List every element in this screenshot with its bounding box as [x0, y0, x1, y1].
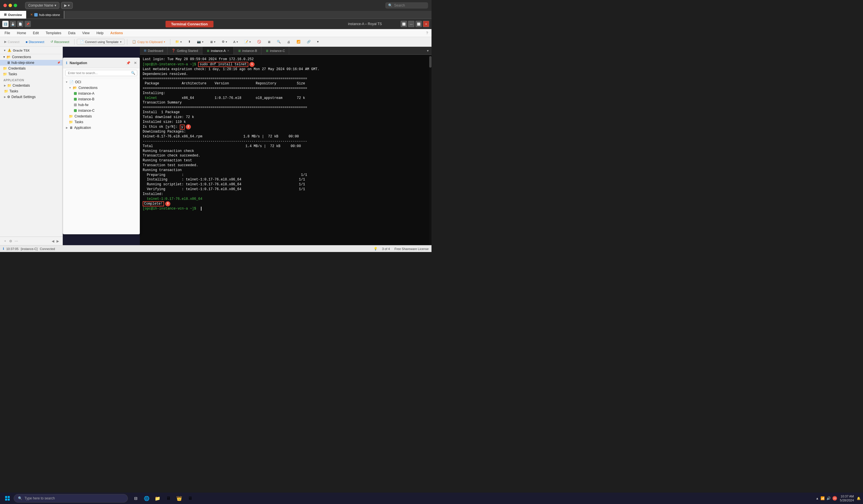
badge-3: 3: [165, 201, 171, 206]
template-icon: 📄: [80, 40, 84, 43]
menu-templates[interactable]: Templates: [42, 30, 65, 36]
share-button[interactable]: 🔗: [304, 39, 313, 45]
settings2-button[interactable]: ⚙▾: [219, 39, 230, 45]
print-button[interactable]: 🖨: [285, 39, 293, 45]
tab-instance-b[interactable]: 🖥 instance-B: [234, 47, 261, 54]
oracle-tsx-header[interactable]: ▼ ⚠️ Oracle TSX: [0, 47, 62, 54]
new-connection-button[interactable]: 📄: [17, 21, 23, 27]
tab-close-icon[interactable]: ✕: [227, 49, 229, 52]
sidebar-hub-step-stone[interactable]: 🖥 hub-step-stone 📌: [0, 60, 62, 66]
chevron-icon: ▾: [214, 40, 215, 43]
nav-title: Navigation: [70, 61, 87, 65]
terminal-output: Last login: Tue May 28 09:59:04 2024 fro…: [140, 55, 432, 245]
search-button[interactable]: 🔍: [274, 39, 284, 45]
pin-button[interactable]: 📌: [25, 21, 31, 27]
nav-instance-a[interactable]: instance-A: [63, 91, 140, 96]
sidebar-default-settings[interactable]: ▶ ⚙ Default Settings: [0, 94, 62, 100]
fullscreen-button[interactable]: [14, 4, 17, 7]
menu-edit[interactable]: Edit: [29, 30, 42, 36]
font-button[interactable]: 📝▾: [242, 39, 253, 45]
add-icon[interactable]: ＋: [3, 238, 7, 244]
rts-title-center: Terminal Connection: [33, 21, 346, 27]
wifi-button[interactable]: 📶: [294, 39, 303, 45]
menu-actions[interactable]: Actions: [107, 30, 126, 36]
display-button[interactable]: 🖥▾: [207, 39, 218, 45]
connect-button[interactable]: ▶ Connect: [2, 39, 22, 45]
search-icon: 🔍: [388, 3, 392, 8]
clipboard-button[interactable]: 📋 Copy to Clipboard ▾: [129, 39, 167, 45]
nav-oci[interactable]: ▼ 📄 OCI: [63, 79, 140, 85]
connect-template-button[interactable]: 📄 Connect using Template ▾: [77, 39, 125, 45]
tab-hub-step-stone[interactable]: ✕ hub-step-stone: [26, 11, 64, 18]
text-button[interactable]: A▾: [231, 39, 240, 45]
nav-credentials[interactable]: 📁 Credentials: [63, 114, 140, 119]
computer-name-dropdown[interactable]: Computer Name ▾: [25, 2, 59, 9]
menu-data[interactable]: Data: [65, 30, 79, 36]
remote-button[interactable]: 🖥: [265, 39, 273, 45]
display-icon: 🖥: [210, 40, 213, 43]
window-maximize-button[interactable]: ⬜: [415, 21, 422, 27]
folder-button[interactable]: 📁▾: [173, 39, 184, 45]
nav-pin-icon[interactable]: 📌: [126, 61, 130, 65]
terminal-line-7: ========================================…: [143, 86, 429, 91]
menu-file[interactable]: File: [1, 30, 13, 36]
arrow-left-icon[interactable]: ◀: [52, 239, 54, 243]
scrollbar-track[interactable]: [429, 55, 432, 245]
sidebar-tasks[interactable]: 📁 Tasks: [0, 71, 62, 77]
tab-hub-label: hub-step-stone: [39, 13, 60, 16]
nav-connections[interactable]: ▼ 📂 Connections: [63, 85, 140, 91]
menu-view[interactable]: View: [79, 30, 93, 36]
terminal-line-5: ========================================…: [143, 76, 429, 81]
help-icon[interactable]: ?: [424, 31, 430, 35]
instance-c-label: instance-C: [78, 108, 95, 113]
search-bar[interactable]: 🔍 Search: [385, 2, 428, 9]
rts-icon[interactable]: ℹ️: [2, 21, 9, 27]
nav-instance-b[interactable]: instance-B: [63, 96, 140, 102]
toolbar: ▶ Connect ■ Disconnect ↺ Reconnect 📄 Con…: [0, 37, 432, 47]
menu-home[interactable]: Home: [13, 30, 29, 36]
camera-button[interactable]: 📷▾: [195, 39, 206, 45]
menu-help[interactable]: Help: [93, 30, 107, 36]
window-close-button[interactable]: ✕: [423, 21, 429, 27]
sidebar-connections[interactable]: ▼ 📂 Connections: [0, 54, 62, 60]
save-button[interactable]: 💾: [10, 21, 16, 27]
tab-getting-started[interactable]: ❓ Getting Started: [167, 47, 202, 54]
nav-tasks[interactable]: 📁 Tasks: [63, 119, 140, 125]
stop-button[interactable]: 🚫: [254, 39, 264, 45]
more-icon[interactable]: ⋯: [14, 239, 18, 243]
nav-search-input[interactable]: [66, 70, 129, 76]
close-icon[interactable]: ✕: [30, 13, 33, 16]
tab-instance-c[interactable]: 🖥 instance-C: [261, 47, 289, 54]
connect-icon: ▶: [4, 40, 7, 43]
reconnect-button[interactable]: ↺ Reconnect: [48, 39, 72, 45]
window-minimize-button[interactable]: —: [408, 21, 414, 27]
sidebar-app-credentials[interactable]: ▶ 📁 Credentials: [0, 83, 62, 88]
tab-dropdown[interactable]: ▾: [424, 47, 432, 54]
scrollbar-thumb[interactable]: [429, 56, 432, 67]
nav-instance-c[interactable]: instance-C: [63, 108, 140, 114]
tab-overview[interactable]: ⊞ Overview: [0, 11, 26, 18]
nav-hub-fw[interactable]: hub-fw: [63, 102, 140, 108]
nav-application[interactable]: ▶ 🖥 Application: [63, 125, 140, 131]
chevron-down-icon: ▼: [65, 81, 68, 83]
license-info: Free Shareware License: [395, 247, 429, 250]
play-dropdown[interactable]: ▶ ▾: [61, 2, 73, 9]
disconnect-button[interactable]: ■ Disconnect: [23, 39, 47, 45]
app-credentials-label: Credentials: [13, 83, 30, 88]
arrow-right-icon[interactable]: ▶: [57, 239, 59, 243]
terminal-line-26: Running transaction: [143, 168, 429, 173]
sidebar-app-tasks[interactable]: 📁 Tasks: [0, 88, 62, 94]
upload-button[interactable]: ⬆: [186, 39, 193, 45]
terminal-line-32: Installed:: [143, 192, 429, 197]
nav-close-icon[interactable]: ✕: [134, 61, 137, 65]
minimize-button[interactable]: [9, 4, 12, 7]
close-button[interactable]: [3, 4, 7, 7]
tab-instance-a[interactable]: 🖥 instance-A ✕: [202, 47, 234, 54]
status-right: 💡 3 of 4 Free Shareware License: [374, 247, 429, 250]
settings-icon[interactable]: ⚙: [9, 239, 12, 243]
window-restore-button[interactable]: ⬜: [401, 21, 407, 27]
tab-dashboard[interactable]: ⊞ Dashboard: [140, 47, 167, 54]
sidebar-credentials[interactable]: 📁 Credentials: [0, 66, 62, 71]
more-button[interactable]: ▾: [314, 39, 321, 45]
connections-nav-label: Connections: [78, 86, 98, 90]
